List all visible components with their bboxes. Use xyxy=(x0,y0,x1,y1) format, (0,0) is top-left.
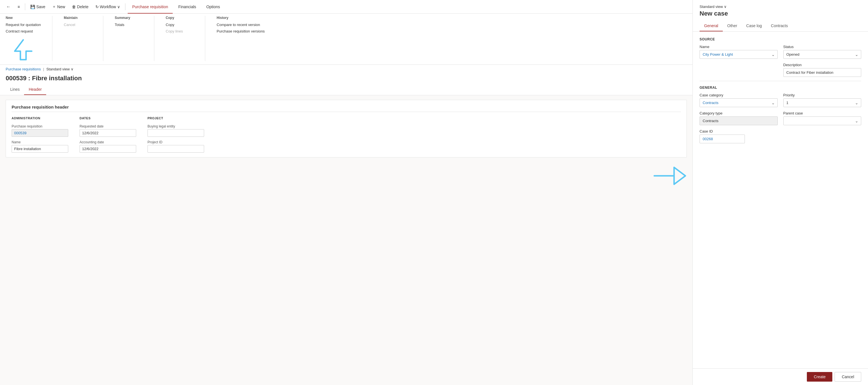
admin-column: ADMINISTRATION Purchase requisition Name xyxy=(11,116,68,153)
status-select-wrapper: Opened In progress Closed xyxy=(783,50,862,59)
menu-button[interactable]: ≡ xyxy=(15,3,23,10)
admin-header: ADMINISTRATION xyxy=(11,116,68,120)
panel-case-category-label: Case category xyxy=(700,93,778,97)
dropdown-item-contract-request[interactable]: Contract request xyxy=(6,29,41,34)
breadcrumb-separator: | xyxy=(43,67,44,71)
save-button[interactable]: 💾 Save xyxy=(27,3,48,10)
requested-date-label: Requested date xyxy=(80,125,136,128)
project-id-label: Project ID xyxy=(148,140,204,144)
name-group: Name xyxy=(11,140,68,153)
left-panel: ← ≡ 💾 Save ＋ New 🗑 Delete ↻ Workflow ∨ P… xyxy=(0,0,692,385)
case-id-input[interactable] xyxy=(700,135,745,143)
name-input[interactable] xyxy=(11,145,68,153)
arrow-right-icon xyxy=(653,163,687,188)
status-group-panel: Status Opened In progress Closed xyxy=(783,45,862,59)
description-row: Description xyxy=(700,63,861,77)
buying-legal-entity-group: Buying legal entity xyxy=(148,125,204,137)
case-category-select[interactable]: Contracts Support General xyxy=(700,98,778,107)
tab-lines[interactable]: Lines xyxy=(6,84,24,95)
tab-purchase-requisition[interactable]: Purchase requisition xyxy=(128,0,173,13)
panel-status-label: Status xyxy=(783,45,862,49)
project-id-input[interactable] xyxy=(148,145,204,153)
back-button[interactable]: ← xyxy=(3,3,13,10)
section-title: Purchase requisition header xyxy=(11,105,681,112)
panel-header: Standard view ∨ New case General Other C… xyxy=(693,0,868,32)
priority-select[interactable]: 1 2 3 xyxy=(783,98,862,107)
source-row: Name City Power & Light Status Opened In… xyxy=(700,45,861,59)
page-title: 000539 : Fibre installation xyxy=(0,73,692,84)
breadcrumb-view-button[interactable]: Standard view ∨ xyxy=(46,67,73,71)
status-select[interactable]: Opened In progress Closed xyxy=(783,50,862,59)
case-id-group: Case ID xyxy=(700,129,745,143)
breadcrumb-link[interactable]: Purchase requisitions xyxy=(6,67,41,71)
purchase-req-label: Purchase requisition xyxy=(11,125,68,128)
delete-icon: 🗑 xyxy=(72,4,76,9)
buying-legal-entity-label: Buying legal entity xyxy=(148,125,204,128)
dropdown-new-header: New xyxy=(6,16,41,20)
create-button[interactable]: Create xyxy=(807,372,832,382)
panel-view-button[interactable]: Standard view ∨ xyxy=(700,4,861,9)
arrow-up-icon xyxy=(12,38,35,61)
panel-tab-contracts[interactable]: Contracts xyxy=(766,21,793,31)
tab-header[interactable]: Header xyxy=(24,84,46,95)
panel-case-id-label: Case ID xyxy=(700,129,745,133)
new-icon: ＋ xyxy=(52,4,56,9)
dropdown-item-copy[interactable]: Copy xyxy=(166,22,194,27)
requested-date-input[interactable] xyxy=(80,129,136,137)
purchase-req-header-section: Purchase requisition header ADMINISTRATI… xyxy=(6,100,687,158)
purchase-req-group: Purchase requisition xyxy=(11,125,68,137)
workflow-button[interactable]: ↻ Workflow ∨ xyxy=(93,3,123,10)
dropdown-item-compare[interactable]: Compare to recent version xyxy=(217,22,265,27)
project-column: PROJECT Buying legal entity Project ID xyxy=(148,116,204,153)
parent-case-select[interactable] xyxy=(783,116,862,125)
case-category-group: Case category Contracts Support General xyxy=(700,93,778,107)
accounting-date-group: Accounting date xyxy=(80,140,136,153)
dropdown-copy-col: Copy Copy Copy lines xyxy=(166,16,205,61)
general-section-label: GENERAL xyxy=(700,86,861,90)
priority-select-wrapper: 1 2 3 xyxy=(783,98,862,107)
panel-content: SOURCE Name City Power & Light Status Op… xyxy=(693,32,868,368)
accounting-date-input[interactable] xyxy=(80,145,136,153)
dropdown-item-versions[interactable]: Purchase requisition versions xyxy=(217,29,265,34)
dropdown-item-request-quotation[interactable]: Request for quotation xyxy=(6,22,41,27)
toolbar-divider-1 xyxy=(25,3,25,10)
tab-options[interactable]: Options xyxy=(202,0,224,13)
panel-title: New case xyxy=(700,10,861,17)
dates-column: DATES Requested date Accounting date xyxy=(80,116,136,153)
dropdown-menu: New Request for quotation Contract reque… xyxy=(0,13,692,65)
dropdown-summary-col: Summary Totals xyxy=(115,16,154,61)
panel-description-input[interactable] xyxy=(783,68,862,77)
panel-description-label: Description xyxy=(783,63,862,67)
source-section-label: SOURCE xyxy=(700,37,861,41)
delete-button[interactable]: 🗑 Delete xyxy=(69,3,91,10)
name-select[interactable]: City Power & Light xyxy=(700,50,778,59)
buying-legal-entity-input[interactable] xyxy=(148,129,204,137)
parent-case-group: Parent case xyxy=(783,111,862,125)
category-type-parent-row: Category type Parent case xyxy=(700,111,861,125)
dropdown-item-totals[interactable]: Totals xyxy=(115,22,143,27)
breadcrumb-chevron-icon: ∨ xyxy=(71,67,73,71)
panel-footer: Create Cancel xyxy=(693,368,868,385)
toolbar-divider-2 xyxy=(125,3,125,10)
breadcrumb: Purchase requisitions | Standard view ∨ xyxy=(0,65,692,73)
dropdown-history-col: History Compare to recent version Purcha… xyxy=(217,16,276,61)
tab-financials[interactable]: Financials xyxy=(174,0,201,13)
panel-tab-general[interactable]: General xyxy=(700,21,723,31)
panel-tab-other[interactable]: Other xyxy=(723,21,742,31)
case-category-priority-row: Case category Contracts Support General … xyxy=(700,93,861,107)
form-columns: ADMINISTRATION Purchase requisition Name… xyxy=(11,116,681,153)
panel-tab-case-log[interactable]: Case log xyxy=(742,21,766,31)
new-button[interactable]: ＋ New xyxy=(49,3,68,10)
panel-parent-case-label: Parent case xyxy=(783,111,862,115)
purchase-req-input[interactable] xyxy=(11,129,68,137)
cancel-button[interactable]: Cancel xyxy=(835,372,861,382)
project-id-group: Project ID xyxy=(148,140,204,153)
requested-date-group: Requested date xyxy=(80,125,136,137)
right-panel: Standard view ∨ New case General Other C… xyxy=(692,0,868,385)
panel-tabs: General Other Case log Contracts xyxy=(700,21,861,31)
project-header: PROJECT xyxy=(148,116,204,120)
name-group-panel: Name City Power & Light xyxy=(700,45,778,59)
dropdown-summary-header: Summary xyxy=(115,16,143,20)
back-icon: ← xyxy=(6,4,11,9)
dropdown-history-header: History xyxy=(217,16,265,20)
